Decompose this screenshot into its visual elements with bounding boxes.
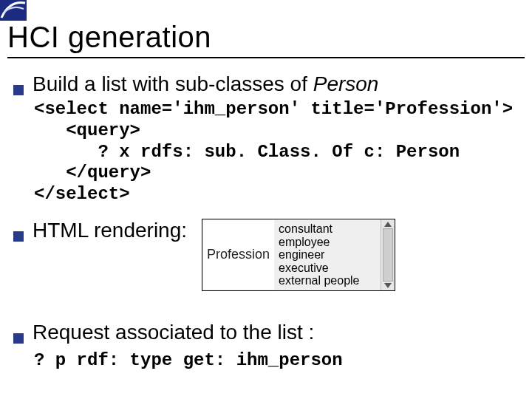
bullet-2-row: HTML rendering: Profession consultant em… xyxy=(13,219,519,291)
bullet-icon xyxy=(13,85,24,95)
bullet-3-text: Request associated to the list : xyxy=(33,321,314,344)
title-bar: HCI generation xyxy=(7,21,525,58)
slide-title: HCI generation xyxy=(7,21,211,53)
list-item[interactable]: executive xyxy=(279,262,375,275)
logo-icon xyxy=(0,0,27,21)
bullet-1-text: Build a list with sub-classes of Person xyxy=(33,72,378,96)
code-block-2: ? p rdf: type get: ihm_person xyxy=(34,350,519,370)
scrollbar[interactable] xyxy=(381,219,395,290)
bullet-2-text: HTML rendering: xyxy=(33,219,187,242)
bullet-1-italic: Person xyxy=(313,72,379,95)
scroll-thumb[interactable] xyxy=(383,228,393,282)
slide: HCI generation Build a list with sub-cla… xyxy=(0,0,532,399)
bullet-2: HTML rendering: xyxy=(13,219,187,242)
slide-body: Build a list with sub-classes of Person … xyxy=(13,66,519,370)
widget-label: Profession xyxy=(202,219,274,290)
list-item[interactable]: consultant xyxy=(279,222,375,236)
bullet-1: Build a list with sub-classes of Person xyxy=(13,72,519,96)
list-item[interactable]: engineer xyxy=(279,248,375,262)
widget-listwrap: consultant employee engineer executive e… xyxy=(274,219,395,290)
list-item[interactable]: external people xyxy=(279,274,375,287)
scroll-down-icon[interactable] xyxy=(384,283,392,288)
widget-list[interactable]: consultant employee engineer executive e… xyxy=(274,219,381,290)
bullet-3: Request associated to the list : xyxy=(13,321,519,344)
rendered-select-widget: Profession consultant employee engineer … xyxy=(202,219,395,291)
scroll-up-icon[interactable] xyxy=(384,222,392,227)
list-item[interactable]: employee xyxy=(279,236,375,249)
bullet-icon xyxy=(13,231,24,242)
bullet-icon xyxy=(13,333,24,344)
code-block-1: <select name='ihm_person' title='Profess… xyxy=(34,99,519,205)
bullet-1-prefix: Build a list with sub-classes of xyxy=(33,72,313,95)
